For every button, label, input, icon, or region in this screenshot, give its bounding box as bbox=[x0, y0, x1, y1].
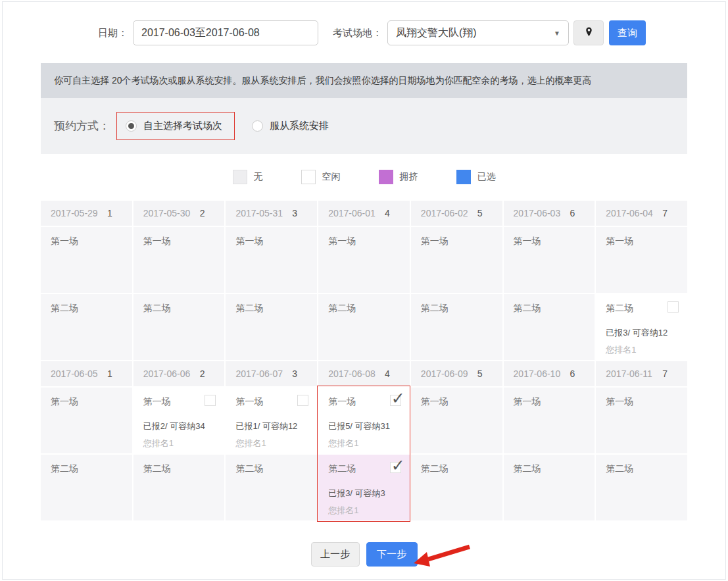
session-checkbox[interactable] bbox=[667, 301, 679, 313]
session-cell: 第二场 bbox=[411, 455, 502, 520]
session-checkbox[interactable] bbox=[390, 395, 401, 406]
session-title: 第二场 bbox=[143, 303, 171, 315]
session-checkbox[interactable] bbox=[390, 462, 401, 473]
radio-option-label: 服从系统安排 bbox=[270, 120, 329, 132]
session-capacity: 已报1/ 可容纳12 bbox=[235, 420, 297, 432]
day-date: 2017-05-31 bbox=[235, 208, 283, 218]
radio-option-self-select[interactable]: 自主选择考试场次 bbox=[116, 112, 235, 140]
session-title: 第一场 bbox=[421, 396, 449, 408]
query-button[interactable]: 查询 bbox=[609, 20, 646, 45]
session-cell: 第一场 bbox=[226, 227, 317, 293]
radio-unselected-icon[interactable] bbox=[252, 120, 263, 132]
location-button[interactable] bbox=[573, 20, 604, 45]
booking-method-row: 预约方式： 自主选择考试场次 服从系统安排 bbox=[41, 98, 687, 154]
session-title: 第一场 bbox=[514, 396, 541, 408]
legend-item-crowded: 拥挤 bbox=[379, 170, 418, 184]
next-step-button[interactable]: 下一步 bbox=[366, 542, 418, 567]
day-date: 2017-06-10 bbox=[514, 368, 561, 379]
week-grid: 2017-05-2912017-05-3022017-05-3132017-06… bbox=[41, 201, 687, 360]
day-date: 2017-05-29 bbox=[51, 208, 98, 218]
session-cell: 第二场 bbox=[504, 294, 595, 360]
session-cell: 第二场 bbox=[318, 294, 410, 360]
session-cell: 第一场 bbox=[133, 227, 225, 293]
day-number: 2 bbox=[200, 368, 205, 379]
session-title: 第二场 bbox=[514, 303, 541, 315]
location-pin-icon bbox=[583, 26, 595, 40]
day-date: 2017-06-08 bbox=[328, 368, 376, 379]
calendar: 2017-05-2912017-05-3022017-05-3132017-06… bbox=[41, 201, 687, 520]
day-date: 2017-06-02 bbox=[421, 208, 468, 218]
session-title: 第一场 bbox=[606, 396, 633, 408]
day-header: 2017-05-291 bbox=[41, 201, 132, 226]
legend-swatch-none bbox=[233, 170, 247, 184]
session-title: 第一场 bbox=[51, 396, 78, 408]
session-cell: 第一场 bbox=[41, 388, 132, 453]
day-header: 2017-05-313 bbox=[226, 201, 317, 226]
day-header: 2017-06-014 bbox=[318, 201, 410, 226]
day-number: 1 bbox=[107, 368, 112, 379]
legend-swatch-selected bbox=[456, 170, 471, 184]
day-header: 2017-05-302 bbox=[133, 201, 225, 226]
status-legend: 无 空闲 拥挤 已选 bbox=[3, 154, 725, 201]
day-number: 6 bbox=[570, 208, 575, 218]
day-date: 2017-06-01 bbox=[328, 208, 376, 218]
prev-step-button[interactable]: 上一步 bbox=[311, 542, 360, 567]
session-cell[interactable]: 第一场已报2/ 可容纳34您排名1 bbox=[133, 388, 225, 453]
day-header: 2017-06-062 bbox=[133, 361, 225, 386]
session-capacity: 已报3/ 可容纳12 bbox=[606, 327, 667, 339]
legend-label: 空闲 bbox=[322, 171, 341, 183]
session-cell[interactable]: 第一场已报5/ 可容纳31您排名1 bbox=[318, 388, 410, 453]
day-date: 2017-06-04 bbox=[606, 208, 653, 218]
venue-select[interactable]: 凤翔交警大队(翔) ▼ bbox=[387, 20, 569, 45]
date-range-input[interactable] bbox=[133, 20, 318, 45]
legend-swatch-crowded bbox=[379, 170, 393, 184]
session-checkbox[interactable] bbox=[297, 395, 308, 406]
session-title: 第二场 bbox=[51, 463, 78, 475]
legend-item-selected: 已选 bbox=[456, 170, 496, 184]
session-title: 第一场 bbox=[143, 236, 171, 247]
notice-text: 你可自主选择 20个考试场次或服从系统安排。服从系统安排后，我们会按照你选择的日… bbox=[54, 75, 591, 87]
legend-swatch-free bbox=[301, 170, 316, 184]
radio-option-system-arrange[interactable]: 服从系统安排 bbox=[252, 120, 329, 132]
session-cell: 第二场 bbox=[133, 294, 225, 360]
venue-selected-value: 凤翔交警大队(翔) bbox=[396, 26, 477, 40]
session-title: 第一场 bbox=[235, 396, 263, 408]
day-date: 2017-06-03 bbox=[514, 208, 561, 218]
session-cell[interactable]: 第二场已报3/ 可容纳3您排名1 bbox=[318, 455, 410, 520]
booking-method-label: 预约方式： bbox=[54, 118, 110, 134]
day-number: 5 bbox=[477, 368, 483, 379]
day-header: 2017-06-117 bbox=[596, 361, 687, 386]
venue-label: 考试场地： bbox=[333, 27, 382, 39]
session-cell: 第一场 bbox=[41, 227, 132, 293]
session-title: 第二场 bbox=[328, 303, 356, 315]
session-cell: 第一场 bbox=[504, 227, 595, 293]
session-rank: 您排名1 bbox=[606, 344, 636, 356]
session-title: 第一场 bbox=[421, 236, 449, 247]
session-cell: 第二场 bbox=[41, 455, 132, 520]
session-title: 第一场 bbox=[606, 236, 633, 247]
session-cell[interactable]: 第二场已报3/ 可容纳12您排名1 bbox=[596, 294, 687, 360]
session-checkbox[interactable] bbox=[205, 395, 216, 406]
day-number: 4 bbox=[385, 368, 390, 379]
day-date: 2017-06-07 bbox=[235, 368, 283, 379]
day-date: 2017-06-06 bbox=[143, 368, 191, 379]
session-cell: 第一场 bbox=[318, 227, 410, 293]
legend-label: 已选 bbox=[477, 171, 496, 183]
session-capacity: 已报5/ 可容纳31 bbox=[328, 420, 390, 432]
day-number: 4 bbox=[385, 208, 390, 218]
day-number: 1 bbox=[107, 208, 112, 218]
week-grid: 2017-06-0512017-06-0622017-06-0732017-06… bbox=[41, 361, 687, 520]
chevron-down-icon: ▼ bbox=[554, 30, 560, 37]
legend-item-free: 空闲 bbox=[301, 170, 341, 184]
radio-option-label: 自主选择考试场次 bbox=[143, 120, 222, 132]
day-date: 2017-06-05 bbox=[51, 368, 98, 379]
query-form: 日期： 考试场地： 凤翔交警大队(翔) ▼ 查询 bbox=[3, 2, 725, 45]
session-cell: 第一场 bbox=[411, 227, 502, 293]
session-cell: 第二场 bbox=[596, 455, 687, 520]
session-rank: 您排名1 bbox=[143, 438, 174, 449]
radio-selected-icon[interactable] bbox=[126, 120, 137, 132]
session-cell[interactable]: 第一场已报1/ 可容纳12您排名1 bbox=[226, 388, 317, 453]
session-title: 第二场 bbox=[51, 303, 78, 315]
session-rank: 您排名1 bbox=[328, 505, 358, 517]
footer-actions: 上一步 下一步 bbox=[3, 542, 725, 567]
